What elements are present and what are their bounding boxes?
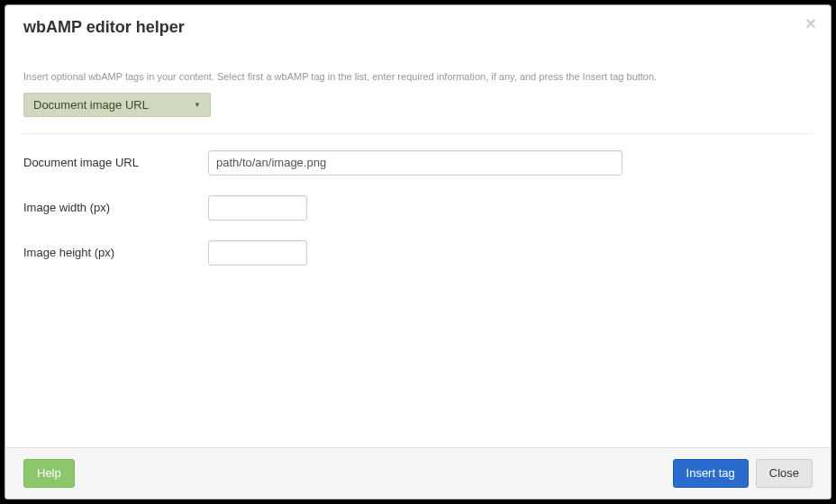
width-label: Image width (px) [23,201,208,214]
modal-footer: Help Insert tag Close [5,447,831,499]
divider [23,133,813,134]
close-button[interactable]: Close [756,459,813,488]
url-label: Document image URL [23,156,208,169]
modal-body: Insert optional wbAMP tags in your conte… [5,45,831,447]
url-input[interactable] [208,150,622,176]
height-label: Image height (px) [23,246,208,259]
instructions-text: Insert optional wbAMP tags in your conte… [23,70,813,84]
width-input[interactable] [208,195,307,220]
close-icon[interactable]: × [805,14,816,32]
form-row-url: Document image URL [23,150,813,176]
form-row-width: Image width (px) [23,195,813,220]
modal-dialog: wbAMP editor helper × Insert optional wb… [5,4,831,500]
height-input[interactable] [208,240,307,266]
modal-header: wbAMP editor helper × [5,5,831,45]
insert-tag-button[interactable]: Insert tag [673,459,749,488]
modal-title: wbAMP editor helper [23,18,813,38]
help-button[interactable]: Help [23,459,75,488]
tag-type-selected-label: Document image URL [33,98,149,112]
tag-type-select[interactable]: Document image URL [23,93,211,117]
form-row-height: Image height (px) [23,240,813,266]
footer-right-group: Insert tag Close [673,459,813,488]
